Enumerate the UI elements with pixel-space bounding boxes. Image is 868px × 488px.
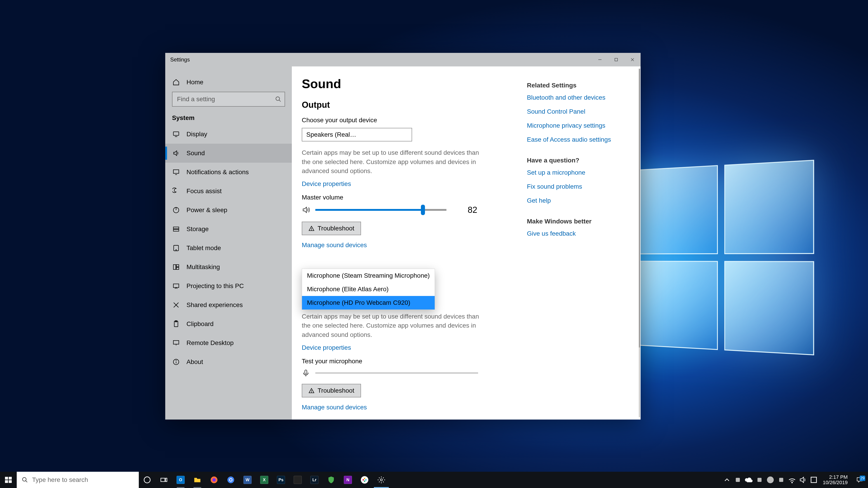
taskbar-excel[interactable]: X [256,472,273,488]
windows-icon [4,476,12,484]
minimize-button[interactable] [592,53,608,66]
taskbar-task-view[interactable] [156,472,172,488]
focus-assist-icon [172,187,180,195]
svg-rect-49 [363,479,364,481]
sidebar-item-power-sleep[interactable]: Power & sleep [165,201,292,220]
tray-ime-icon[interactable] [808,476,819,484]
sidebar-item-about[interactable]: About [165,352,292,371]
svg-rect-16 [176,265,179,267]
input-manage-link[interactable]: Manage sound devices [302,404,367,411]
taskbar-word[interactable]: W [239,472,256,488]
tray-chevron-up-icon[interactable] [721,476,733,484]
input-troubleshoot-button[interactable]: Troubleshoot [302,384,361,397]
input-device-dropdown[interactable]: Microphone (Steam Streaming Microphone)M… [302,269,435,310]
question-link[interactable]: Get help [527,197,622,204]
taskbar-chrome[interactable] [222,472,239,488]
sidebar-item-tablet-mode[interactable]: Tablet mode [165,238,292,258]
sidebar-item-multitasking[interactable]: Multitasking [165,258,292,276]
sidebar-item-label: Shared experiences [186,301,243,308]
input-device-option[interactable]: Microphone (Elite Atlas Aero) [302,283,435,296]
feedback-link[interactable]: Give us feedback [527,230,622,237]
about-icon [172,358,180,366]
taskbar-settings[interactable] [373,472,390,488]
sidebar-item-display[interactable]: Display [165,125,292,144]
maximize-button[interactable] [608,53,624,66]
taskbar-app[interactable] [289,472,306,488]
sidebar-home[interactable]: Home [165,73,292,92]
tray-app-icon[interactable] [776,476,786,484]
speaker-icon[interactable] [302,206,310,214]
output-manage-link[interactable]: Manage sound devices [302,241,367,249]
sidebar-item-focus-assist[interactable]: Focus assist [165,182,292,201]
search-input[interactable] [172,92,285,107]
outlook-icon: O [177,476,185,484]
related-link[interactable]: Microphone privacy settings [527,122,622,129]
sidebar-item-storage[interactable]: Storage [165,220,292,238]
close-button[interactable] [624,53,641,66]
taskbar-search-placeholder: Type here to search [32,476,88,484]
sidebar: Home System DisplaySoundNotifications & … [165,66,292,420]
page-title: Sound [302,76,516,91]
search-icon [22,477,28,483]
taskbar-slack[interactable] [356,472,373,488]
word-icon: W [243,476,252,484]
input-device-properties-link[interactable]: Device properties [302,344,351,351]
output-device-properties-link[interactable]: Device properties [302,180,351,188]
taskbar-onenote[interactable]: N [340,472,356,488]
storage-icon [172,225,180,233]
tray-app-icon[interactable] [733,476,743,484]
question-heading: Have a question? [527,157,622,164]
clock[interactable]: 2:17 PM 10/26/2019 [819,475,851,485]
taskbar-lightroom[interactable]: Lr [306,472,323,488]
question-link[interactable]: Fix sound problems [527,183,622,190]
taskbar-search[interactable]: Type here to search [17,472,139,488]
search-input-field[interactable] [177,96,275,103]
svg-rect-42 [166,478,167,482]
sidebar-item-label: Sound [186,150,205,157]
svg-rect-37 [9,480,12,483]
sidebar-item-label: Multitasking [186,263,220,271]
svg-rect-41 [161,478,165,482]
action-center-button[interactable]: 29 [851,477,868,483]
tray-app-icon[interactable] [754,476,765,484]
question-link[interactable]: Set up a microphone [527,169,622,176]
sidebar-item-notifications[interactable]: Notifications & actions [165,163,292,182]
output-help-text: Certain apps may be set up to use differ… [302,148,480,176]
output-troubleshoot-button[interactable]: Troubleshoot [302,222,361,235]
task-view-icon [160,476,168,484]
start-button[interactable] [0,472,17,488]
microphone-icon [302,369,310,377]
taskbar-firefox[interactable] [206,472,222,488]
sidebar-item-sound[interactable]: Sound [165,144,292,163]
power-sleep-icon [172,206,180,214]
taskbar-file-explorer[interactable] [189,472,206,488]
related-link[interactable]: Sound Control Panel [527,108,622,115]
tray-network-icon[interactable] [786,476,798,484]
sidebar-item-shared-exp[interactable]: Shared experiences [165,295,292,315]
lightroom-icon: Lr [310,476,318,484]
taskbar-cortana[interactable] [139,472,156,488]
volume-slider[interactable] [315,209,446,211]
tray-steam-icon[interactable] [765,476,776,484]
sidebar-item-clipboard[interactable]: Clipboard [165,315,292,333]
sound-icon [172,149,180,157]
titlebar[interactable]: Settings [165,53,641,66]
related-link[interactable]: Bluetooth and other devices [527,94,622,101]
tray-onedrive-icon[interactable] [743,476,754,484]
troubleshoot-label: Troubleshoot [318,387,354,394]
taskbar-photoshop[interactable]: Ps [273,472,289,488]
related-link[interactable]: Ease of Access audio settings [527,136,622,143]
tray-volume-icon[interactable] [798,476,808,484]
input-device-option[interactable]: Microphone (Steam Streaming Microphone) [302,269,435,283]
scrollbar[interactable] [639,69,640,417]
sidebar-item-projecting[interactable]: Projecting to this PC [165,276,292,295]
tablet-mode-icon [172,244,180,252]
svg-point-14 [176,250,177,250]
input-device-option[interactable]: Microphone (HD Pro Webcam C920) [302,296,435,310]
taskbar-defender[interactable] [323,472,340,488]
sidebar-item-remote-desktop[interactable]: Remote Desktop [165,333,292,352]
taskbar: Type here to search OWXPsLrN 2:17 PM 10/… [0,472,868,488]
taskbar-outlook[interactable]: O [172,472,189,488]
output-device-combo[interactable]: Speakers (Realtek High Definition… [302,128,412,141]
windows-logo-wallpaper [638,160,814,355]
